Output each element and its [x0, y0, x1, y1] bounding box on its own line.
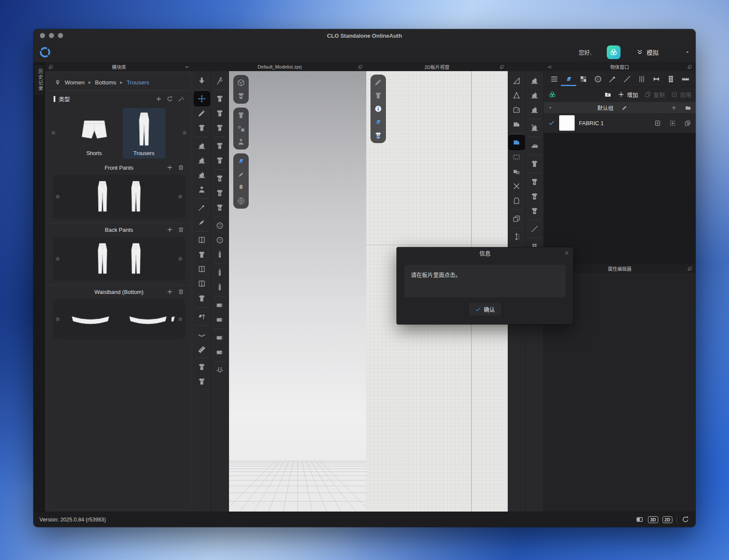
dashed-rect-icon[interactable]: [509, 150, 524, 164]
shirt-lock-icon[interactable]: [374, 131, 383, 140]
simulate-button[interactable]: 模拟: [636, 48, 659, 57]
add-type-button[interactable]: [155, 96, 162, 102]
add-item-button[interactable]: [166, 226, 173, 233]
outline-shape-icon[interactable]: [509, 194, 524, 208]
triangle-tool-icon[interactable]: [509, 74, 524, 88]
move-tool-icon[interactable]: [194, 92, 210, 106]
globe-icon[interactable]: [237, 197, 245, 205]
pin-icon[interactable]: [194, 201, 210, 215]
carousel-dot[interactable]: [51, 131, 55, 135]
fabric-blue-icon[interactable]: [374, 118, 383, 126]
object-tab-fabric[interactable]: [562, 72, 575, 86]
x-tool-icon[interactable]: [509, 179, 524, 193]
type-tile-shorts[interactable]: Shorts: [73, 108, 116, 159]
pen-icon[interactable]: [374, 78, 383, 87]
fabric-list-item[interactable]: FABRIC 1: [544, 113, 696, 133]
shirt-stitch-icon[interactable]: [212, 121, 228, 135]
shirt-stitch-icon[interactable]: [212, 106, 228, 120]
book-icon[interactable]: [194, 233, 210, 247]
stitch-icon[interactable]: [527, 222, 542, 236]
copy-button[interactable]: 复制: [644, 90, 665, 99]
collapse-panel-icon[interactable]: [547, 64, 552, 70]
fabric-copy-icon[interactable]: [684, 120, 691, 127]
carousel-dot[interactable]: [178, 195, 182, 199]
shirt-checker-icon[interactable]: [212, 171, 228, 186]
polygon-tool-icon[interactable]: [509, 88, 524, 102]
pattern-up-icon[interactable]: [194, 309, 210, 323]
machine-icon[interactable]: [194, 153, 210, 168]
search-machine-icon[interactable]: [527, 121, 542, 135]
dart-icon[interactable]: [194, 215, 210, 229]
auto-fit-button[interactable]: [178, 96, 184, 102]
apply-button[interactable]: 应用: [671, 90, 691, 99]
fabric-swatch[interactable]: [559, 115, 575, 131]
shapes-2-icon[interactable]: [509, 165, 524, 179]
carousel-dot[interactable]: [56, 195, 60, 199]
refresh-type-button[interactable]: [166, 96, 173, 102]
float-panel-icon[interactable]: [687, 266, 693, 272]
float-panel-icon[interactable]: [687, 64, 693, 70]
shirt-checker-icon[interactable]: [527, 175, 542, 189]
ruler-icon[interactable]: [194, 342, 210, 356]
shirt-icon[interactable]: [194, 248, 210, 262]
waistband-item[interactable]: [126, 310, 170, 329]
pants-item[interactable]: [126, 178, 146, 216]
toolbar-caret-button[interactable]: [684, 49, 690, 55]
object-tab-tape-measure[interactable]: [678, 72, 692, 86]
mannequin-head-icon[interactable]: [237, 183, 245, 192]
breadcrumb-item-women[interactable]: Women: [65, 79, 84, 86]
pen-icon[interactable]: [194, 106, 210, 120]
pattern-icon[interactable]: [509, 135, 524, 150]
object-tab-button[interactable]: [591, 72, 605, 86]
roll-icon[interactable]: [212, 298, 228, 312]
roll-icon[interactable]: [212, 313, 228, 327]
button-house-icon[interactable]: [237, 124, 245, 133]
shirt-checker-icon[interactable]: [212, 186, 228, 200]
clo-app-icon[interactable]: [607, 45, 621, 59]
shirt-icon[interactable]: [527, 157, 542, 171]
machine-icon[interactable]: [194, 139, 210, 153]
fabric-blue-icon[interactable]: [237, 157, 245, 165]
measure-v-icon[interactable]: [509, 230, 524, 244]
add-item-button[interactable]: [166, 164, 173, 171]
info-icon[interactable]: [374, 105, 383, 113]
shirt-icon[interactable]: [374, 91, 383, 100]
breadcrumb-item-trousers[interactable]: Trousers: [127, 79, 149, 86]
type-tile-trousers[interactable]: Trousers: [123, 108, 166, 159]
carousel-dot[interactable]: [178, 317, 182, 321]
fabric-group-row[interactable]: 默认组: [544, 102, 696, 113]
add-group-icon[interactable]: [671, 105, 677, 111]
runner-icon[interactable]: [212, 74, 228, 88]
pants-item[interactable]: [126, 240, 146, 278]
viewport-3d-canvas[interactable]: [229, 71, 366, 512]
machine-icon[interactable]: [527, 74, 542, 88]
add-button[interactable]: 增加: [618, 90, 638, 99]
carousel-dot[interactable]: [56, 317, 60, 321]
zipper-icon[interactable]: [212, 248, 228, 262]
breadcrumb-item-bottoms[interactable]: Bottoms: [95, 79, 116, 86]
delete-item-button[interactable]: [178, 288, 184, 295]
pen-shape-icon[interactable]: [509, 103, 524, 117]
waistband-item[interactable]: [68, 310, 113, 329]
shirt-stitch-icon[interactable]: [212, 92, 228, 106]
carousel-dot[interactable]: [183, 131, 187, 135]
dialog-close-icon[interactable]: [564, 250, 569, 256]
collapse-panel-icon[interactable]: [184, 64, 190, 70]
shirt-stitch-icon[interactable]: [212, 139, 228, 153]
view-3d-button[interactable]: 3D: [648, 516, 658, 523]
pants-item[interactable]: [92, 240, 113, 278]
copy-rect-icon[interactable]: [509, 212, 524, 226]
object-tab-pin[interactable]: [605, 72, 619, 86]
carousel-dot[interactable]: [56, 257, 60, 261]
shirt-icon[interactable]: [194, 121, 210, 135]
float-panel-icon[interactable]: [499, 64, 505, 70]
refresh-view-button[interactable]: [681, 515, 690, 524]
history-tab[interactable]: 历史记录: [35, 65, 44, 95]
shirt-stitch-icon[interactable]: [194, 374, 210, 389]
zipper-icon[interactable]: [212, 266, 228, 280]
object-tab-bow[interactable]: [649, 72, 663, 86]
person-icon[interactable]: [194, 183, 210, 197]
carousel-dot[interactable]: [178, 257, 182, 261]
object-tab-gather[interactable]: [635, 72, 648, 86]
person-icon[interactable]: [237, 138, 245, 146]
